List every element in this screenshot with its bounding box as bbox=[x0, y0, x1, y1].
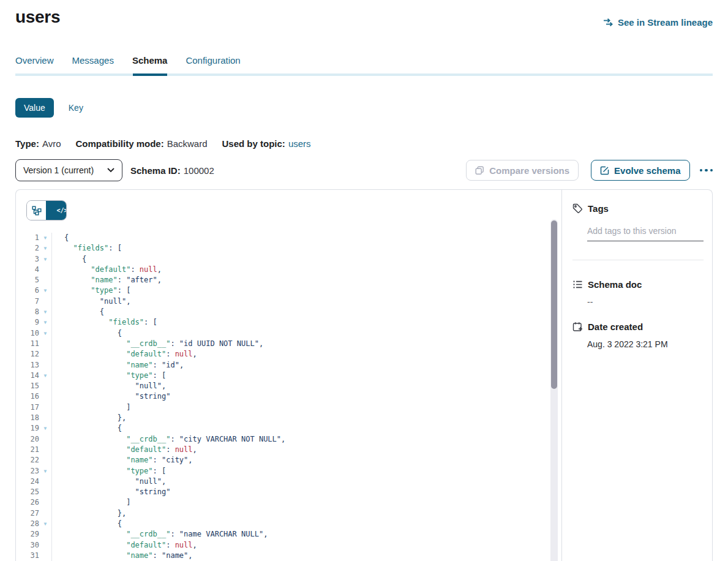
code-line: 20 "__crdb__": "city VARCHAR NOT NULL", bbox=[16, 434, 561, 445]
fold-toggle-icon[interactable]: ▼ bbox=[39, 233, 51, 243]
tab-overview[interactable]: Overview bbox=[15, 55, 54, 73]
code-view-button[interactable]: </> bbox=[46, 201, 66, 220]
line-number: 7 bbox=[16, 296, 39, 307]
date-created-value: Aug. 3 2022 3:21 PM bbox=[587, 339, 704, 349]
line-number: 14 bbox=[16, 371, 39, 381]
code-text: { bbox=[52, 307, 104, 317]
schema-page: users See in Stream lineage Overview Mes… bbox=[0, 7, 728, 561]
code-line: 13 "name": "id", bbox=[16, 360, 561, 371]
schema-card: </> 1▼{2▼ "fields": [3▼ {4 "default": nu… bbox=[15, 189, 713, 561]
list-icon bbox=[572, 279, 583, 290]
code-line: 4 "default": null, bbox=[16, 265, 561, 275]
code-text: "null", bbox=[52, 476, 166, 487]
add-tags-input[interactable] bbox=[587, 226, 704, 241]
chevron-down-icon bbox=[107, 168, 114, 173]
evolve-schema-button[interactable]: Evolve schema bbox=[591, 160, 689, 181]
code-text: "__crdb__": "city VARCHAR NOT NULL", bbox=[52, 434, 285, 445]
schema-editor-pane: </> 1▼{2▼ "fields": [3▼ {4 "default": nu… bbox=[16, 190, 561, 561]
code-text: "name": "city", bbox=[52, 455, 193, 465]
code-text: ] bbox=[52, 497, 130, 508]
tab-schema[interactable]: Schema bbox=[132, 55, 168, 73]
tree-view-button[interactable] bbox=[27, 201, 46, 220]
schema-id-value: 100002 bbox=[184, 165, 214, 176]
stream-lineage-link[interactable]: See in Stream lineage bbox=[603, 17, 713, 28]
code-line: 25 "string" bbox=[16, 487, 561, 497]
code-text: }, bbox=[52, 413, 126, 423]
code-line: 3▼ { bbox=[16, 254, 561, 265]
used-by-topic-link[interactable]: users bbox=[288, 138, 311, 149]
fold-spacer bbox=[39, 265, 51, 275]
code-line: 31 "name": "name", bbox=[16, 551, 561, 561]
fold-spacer bbox=[39, 296, 51, 307]
code-text: "string" bbox=[52, 487, 170, 497]
fold-toggle-icon[interactable]: ▼ bbox=[39, 243, 51, 254]
code-text: "type": [ bbox=[52, 285, 130, 296]
code-line: 12 "default": null, bbox=[16, 349, 561, 360]
fold-spacer bbox=[39, 391, 51, 402]
code-text: "string" bbox=[52, 391, 170, 402]
code-text: "fields": [ bbox=[52, 317, 157, 328]
fold-toggle-icon[interactable]: ▼ bbox=[39, 328, 51, 339]
line-number: 28 bbox=[16, 519, 39, 529]
fold-spacer bbox=[39, 445, 51, 455]
fold-toggle-icon[interactable]: ▼ bbox=[39, 254, 51, 265]
line-number: 18 bbox=[16, 413, 39, 423]
date-created-title: Date created bbox=[588, 322, 643, 332]
code-text: "type": [ bbox=[52, 466, 166, 476]
compare-versions-button[interactable]: Compare versions bbox=[466, 160, 579, 181]
version-select[interactable]: Version 1 (current) bbox=[15, 159, 122, 181]
tab-configuration[interactable]: Configuration bbox=[186, 55, 240, 73]
code-text: "name": "id", bbox=[52, 360, 184, 371]
fold-spacer bbox=[39, 540, 51, 551]
line-number: 12 bbox=[16, 349, 39, 360]
schema-doc-title: Schema doc bbox=[588, 279, 642, 290]
fold-toggle-icon[interactable]: ▼ bbox=[39, 307, 51, 317]
line-number: 1 bbox=[16, 233, 39, 243]
code-line: 24 "null", bbox=[16, 476, 561, 487]
fold-spacer bbox=[39, 551, 51, 561]
fold-toggle-icon[interactable]: ▼ bbox=[39, 466, 51, 476]
fold-toggle-icon[interactable]: ▼ bbox=[39, 317, 51, 328]
more-options-button[interactable] bbox=[700, 160, 713, 181]
code-line: 14▼ "type": [ bbox=[16, 371, 561, 381]
fold-toggle-icon[interactable]: ▼ bbox=[39, 371, 51, 381]
line-number: 15 bbox=[16, 381, 39, 391]
fold-spacer bbox=[39, 487, 51, 497]
fold-toggle-icon[interactable]: ▼ bbox=[39, 285, 51, 296]
line-number: 19 bbox=[16, 423, 39, 434]
used-by-topic-label: Used by topic: bbox=[222, 138, 285, 149]
code-text: "default": null, bbox=[52, 349, 197, 360]
line-number: 31 bbox=[16, 551, 39, 561]
line-number: 26 bbox=[16, 497, 39, 508]
code-text: "name": "after", bbox=[52, 275, 162, 285]
code-line: 2▼ "fields": [ bbox=[16, 243, 561, 254]
code-text: "name": "name", bbox=[52, 551, 193, 561]
key-tab-button[interactable]: Key bbox=[69, 103, 83, 113]
fold-spacer bbox=[39, 508, 51, 519]
editor-scrollbar-thumb[interactable] bbox=[551, 220, 557, 389]
fold-toggle-icon[interactable]: ▼ bbox=[39, 423, 51, 434]
tab-track bbox=[15, 73, 713, 76]
line-number: 11 bbox=[16, 339, 39, 349]
line-number: 24 bbox=[16, 476, 39, 487]
code-line: 16 "string" bbox=[16, 391, 561, 402]
fold-toggle-icon[interactable]: ▼ bbox=[39, 519, 51, 529]
code-text: { bbox=[52, 233, 69, 243]
value-tab-button[interactable]: Value bbox=[15, 98, 54, 118]
code-line: 22 "name": "city", bbox=[16, 455, 561, 465]
code-text: { bbox=[52, 519, 122, 529]
sidebar-divider bbox=[572, 260, 704, 260]
tab-messages[interactable]: Messages bbox=[72, 55, 114, 73]
code-line: 21 "default": null, bbox=[16, 445, 561, 455]
editor-view-toggle: </> bbox=[26, 200, 67, 220]
code-text: "null", bbox=[52, 381, 166, 391]
line-number: 5 bbox=[16, 275, 39, 285]
fold-spacer bbox=[39, 529, 51, 540]
code-view-icon: </> bbox=[56, 207, 67, 214]
code-line: 1▼{ bbox=[16, 233, 561, 243]
code-line: 17 ] bbox=[16, 402, 561, 413]
code-line: 11 "__crdb__": "id UUID NOT NULL", bbox=[16, 339, 561, 349]
code-line: 30 "default": null, bbox=[16, 540, 561, 551]
code-line: 7 "null", bbox=[16, 296, 561, 307]
code-text: "type": [ bbox=[52, 371, 166, 381]
